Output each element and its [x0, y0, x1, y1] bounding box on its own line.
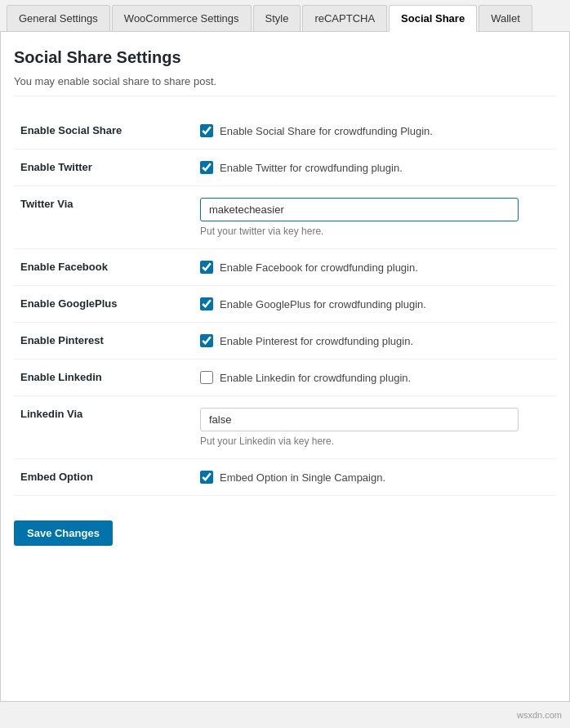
label-enable-linkedin: Enable Linkedin	[14, 360, 194, 396]
checkbox-label-enable-googleplus: Enable GooglePlus for crowdfunding plugi…	[220, 298, 426, 310]
input-linkedin-via[interactable]	[200, 408, 519, 431]
page-description: You may enable social share to share pos…	[14, 75, 556, 96]
value-linkedin-via: Put your Linkedin via key here.	[194, 396, 556, 459]
checkbox-row-enable-googleplus: Enable GooglePlus for crowdfunding plugi…	[200, 297, 550, 310]
hint-linkedin-via: Put your Linkedin via key here.	[200, 435, 550, 447]
value-enable-googleplus: Enable GooglePlus for crowdfunding plugi…	[194, 286, 556, 323]
setting-row-embed-option: Embed OptionEmbed Option in Single Campa…	[14, 459, 556, 496]
label-enable-pinterest: Enable Pinterest	[14, 323, 194, 360]
setting-row-twitter-via: Twitter ViaPut your twitter via key here…	[14, 186, 556, 249]
label-embed-option: Embed Option	[14, 459, 194, 496]
watermark: wsxdn.com	[517, 710, 562, 720]
checkbox-embed-option[interactable]	[200, 471, 213, 484]
checkbox-label-enable-social-share: Enable Social Share for crowdfunding Plu…	[220, 125, 433, 137]
checkbox-enable-googleplus[interactable]	[200, 297, 213, 310]
setting-row-linkedin-via: Linkedin ViaPut your Linkedin via key he…	[14, 396, 556, 459]
value-enable-twitter: Enable Twitter for crowdfunding plugin.	[194, 150, 556, 186]
tab-style[interactable]: Style	[253, 5, 301, 31]
setting-row-enable-twitter: Enable TwitterEnable Twitter for crowdfu…	[14, 150, 556, 186]
hint-twitter-via: Put your twitter via key here.	[200, 226, 550, 237]
tab-social-share[interactable]: Social Share	[389, 5, 477, 32]
setting-row-enable-googleplus: Enable GooglePlusEnable GooglePlus for c…	[14, 286, 556, 323]
checkbox-row-enable-pinterest: Enable Pinterest for crowdfunding plugin…	[200, 334, 550, 347]
label-enable-social-share: Enable Social Share	[14, 113, 194, 150]
value-enable-pinterest: Enable Pinterest for crowdfunding plugin…	[194, 323, 556, 360]
tab-recaptcha[interactable]: reCAPTCHA	[302, 5, 387, 31]
setting-row-enable-linkedin: Enable LinkedinEnable Linkedin for crowd…	[14, 360, 556, 396]
content-area: Social Share Settings You may enable soc…	[0, 32, 570, 702]
checkbox-enable-social-share[interactable]	[200, 124, 213, 137]
setting-row-enable-social-share: Enable Social ShareEnable Social Share f…	[14, 113, 556, 150]
checkbox-enable-linkedin[interactable]	[200, 371, 213, 384]
checkbox-row-enable-facebook: Enable Facebook for crowdfunding plugin.	[200, 261, 550, 274]
value-embed-option: Embed Option in Single Campaign.	[194, 459, 556, 496]
save-section: Save Changes	[14, 520, 556, 546]
tab-general[interactable]: General Settings	[7, 5, 110, 31]
value-twitter-via: Put your twitter via key here.	[194, 186, 556, 249]
page-title: Social Share Settings	[14, 48, 556, 67]
settings-table: Enable Social ShareEnable Social Share f…	[14, 113, 556, 496]
tab-woocommerce[interactable]: WooCommerce Settings	[112, 5, 252, 31]
checkbox-label-embed-option: Embed Option in Single Campaign.	[220, 471, 385, 484]
checkbox-label-enable-twitter: Enable Twitter for crowdfunding plugin.	[220, 162, 403, 174]
label-enable-facebook: Enable Facebook	[14, 249, 194, 286]
checkbox-row-enable-linkedin: Enable Linkedin for crowdfunding plugin.	[200, 371, 550, 384]
value-enable-social-share: Enable Social Share for crowdfunding Plu…	[194, 113, 556, 150]
checkbox-enable-facebook[interactable]	[200, 261, 213, 274]
label-enable-googleplus: Enable GooglePlus	[14, 286, 194, 323]
label-enable-twitter: Enable Twitter	[14, 150, 194, 186]
checkbox-row-enable-twitter: Enable Twitter for crowdfunding plugin.	[200, 161, 550, 174]
input-twitter-via[interactable]	[200, 198, 519, 221]
checkbox-label-enable-linkedin: Enable Linkedin for crowdfunding plugin.	[220, 372, 411, 384]
value-enable-linkedin: Enable Linkedin for crowdfunding plugin.	[194, 360, 556, 396]
setting-row-enable-facebook: Enable FacebookEnable Facebook for crowd…	[14, 249, 556, 286]
checkbox-label-enable-facebook: Enable Facebook for crowdfunding plugin.	[220, 261, 418, 274]
value-enable-facebook: Enable Facebook for crowdfunding plugin.	[194, 249, 556, 286]
checkbox-enable-pinterest[interactable]	[200, 334, 213, 347]
checkbox-enable-twitter[interactable]	[200, 161, 213, 174]
tab-wallet[interactable]: Wallet	[479, 5, 532, 31]
checkbox-label-enable-pinterest: Enable Pinterest for crowdfunding plugin…	[220, 335, 413, 347]
save-button[interactable]: Save Changes	[14, 520, 113, 546]
label-twitter-via: Twitter Via	[14, 186, 194, 249]
checkbox-row-enable-social-share: Enable Social Share for crowdfunding Plu…	[200, 124, 550, 137]
label-linkedin-via: Linkedin Via	[14, 396, 194, 459]
setting-row-enable-pinterest: Enable PinterestEnable Pinterest for cro…	[14, 323, 556, 360]
checkbox-row-embed-option: Embed Option in Single Campaign.	[200, 471, 550, 484]
tabs-bar: General SettingsWooCommerce SettingsStyl…	[0, 0, 570, 32]
